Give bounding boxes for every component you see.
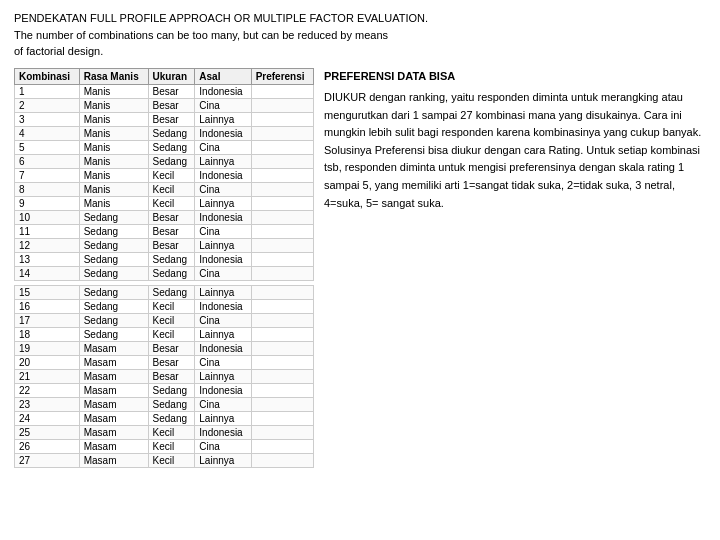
table-cell-20-3: Cina	[195, 355, 251, 369]
table-cell-20-4	[251, 355, 313, 369]
table-cell-23-4	[251, 397, 313, 411]
table-cell-12-4	[251, 252, 313, 266]
table-cell-17-1: Sedang	[79, 313, 148, 327]
table-cell-13-1: Sedang	[79, 266, 148, 280]
table-cell-24-2: Sedang	[148, 411, 195, 425]
table-cell-3-2: Sedang	[148, 126, 195, 140]
table-cell-8-0: 9	[15, 196, 80, 210]
table-cell-2-3: Lainnya	[195, 112, 251, 126]
table-cell-24-1: Masam	[79, 411, 148, 425]
col-asal: Asal	[195, 68, 251, 84]
table-cell-21-4	[251, 369, 313, 383]
table-cell-26-0: 26	[15, 439, 80, 453]
table-cell-4-3: Cina	[195, 140, 251, 154]
table-cell-15-2: Sedang	[148, 285, 195, 299]
table-row: 8ManisKecilCina	[15, 182, 314, 196]
table-cell-1-0: 2	[15, 98, 80, 112]
table-cell-2-4	[251, 112, 313, 126]
table-cell-5-4	[251, 154, 313, 168]
table-cell-7-3: Cina	[195, 182, 251, 196]
table-row: 19MasamBesarIndonesia	[15, 341, 314, 355]
table-cell-25-1: Masam	[79, 425, 148, 439]
table-cell-24-0: 24	[15, 411, 80, 425]
table-cell-24-3: Lainnya	[195, 411, 251, 425]
right-panel: PREFERENSI DATA BISA DIUKUR dengan ranki…	[324, 68, 706, 531]
table-cell-2-1: Manis	[79, 112, 148, 126]
table-row: 17SedangKecilCina	[15, 313, 314, 327]
table-cell-13-2: Sedang	[148, 266, 195, 280]
table-cell-20-1: Masam	[79, 355, 148, 369]
table-cell-16-4	[251, 299, 313, 313]
table-row: 10SedangBesarIndonesia	[15, 210, 314, 224]
main-content: Kombinasi Rasa Manis Ukuran Asal Prefere…	[14, 68, 706, 531]
table-cell-17-0: 17	[15, 313, 80, 327]
table-row: 11SedangBesarCina	[15, 224, 314, 238]
table-cell-25-3: Indonesia	[195, 425, 251, 439]
table-cell-16-2: Kecil	[148, 299, 195, 313]
table-row: 1ManisBesarIndonesia	[15, 84, 314, 98]
table-cell-10-1: Sedang	[79, 224, 148, 238]
table-cell-9-0: 10	[15, 210, 80, 224]
table-cell-22-0: 22	[15, 383, 80, 397]
table-cell-18-3: Lainnya	[195, 327, 251, 341]
table-cell-22-4	[251, 383, 313, 397]
header-line2: The number of combinations can be too ma…	[14, 27, 706, 44]
table-cell-4-1: Manis	[79, 140, 148, 154]
table-header-row: Kombinasi Rasa Manis Ukuran Asal Prefere…	[15, 68, 314, 84]
table-row: 23MasamSedangCina	[15, 397, 314, 411]
table-cell-1-1: Manis	[79, 98, 148, 112]
table-cell-22-1: Masam	[79, 383, 148, 397]
table-cell-21-2: Besar	[148, 369, 195, 383]
table-cell-0-0: 1	[15, 84, 80, 98]
table-cell-25-0: 25	[15, 425, 80, 439]
table-cell-26-4	[251, 439, 313, 453]
table-cell-26-1: Masam	[79, 439, 148, 453]
page-container: PENDEKATAN FULL PROFILE APPROACH OR MULT…	[0, 0, 720, 540]
right-title: PREFERENSI DATA BISA	[324, 68, 706, 86]
col-kombinasi: Kombinasi	[15, 68, 80, 84]
table-row: 25MasamKecilIndonesia	[15, 425, 314, 439]
table-cell-16-0: 16	[15, 299, 80, 313]
table-row: 24MasamSedangLainnya	[15, 411, 314, 425]
table-cell-6-1: Manis	[79, 168, 148, 182]
table-row: 18SedangKecilLainnya	[15, 327, 314, 341]
table-cell-7-4	[251, 182, 313, 196]
table-cell-6-2: Kecil	[148, 168, 195, 182]
table-cell-13-0: 14	[15, 266, 80, 280]
table-row: 3ManisBesarLainnya	[15, 112, 314, 126]
table-cell-11-4	[251, 238, 313, 252]
table-cell-15-3: Lainnya	[195, 285, 251, 299]
table-cell-19-3: Indonesia	[195, 341, 251, 355]
table-cell-12-3: Indonesia	[195, 252, 251, 266]
col-ukuran: Ukuran	[148, 68, 195, 84]
table-cell-26-2: Kecil	[148, 439, 195, 453]
table-cell-10-2: Besar	[148, 224, 195, 238]
table-cell-23-0: 23	[15, 397, 80, 411]
table-cell-26-3: Cina	[195, 439, 251, 453]
table-cell-22-2: Sedang	[148, 383, 195, 397]
table-row: 27MasamKecilLainnya	[15, 453, 314, 467]
table-cell-27-3: Lainnya	[195, 453, 251, 467]
table-cell-12-1: Sedang	[79, 252, 148, 266]
table-cell-11-2: Besar	[148, 238, 195, 252]
table-cell-8-3: Lainnya	[195, 196, 251, 210]
table-cell-27-0: 27	[15, 453, 80, 467]
header-line1: PENDEKATAN FULL PROFILE APPROACH OR MULT…	[14, 10, 706, 27]
table-cell-6-4	[251, 168, 313, 182]
table-cell-23-3: Cina	[195, 397, 251, 411]
table-cell-8-2: Kecil	[148, 196, 195, 210]
table-cell-9-1: Sedang	[79, 210, 148, 224]
table-cell-9-2: Besar	[148, 210, 195, 224]
table-cell-18-1: Sedang	[79, 327, 148, 341]
table-cell-13-3: Cina	[195, 266, 251, 280]
table-cell-15-1: Sedang	[79, 285, 148, 299]
table-row: 20MasamBesarCina	[15, 355, 314, 369]
table-cell-24-4	[251, 411, 313, 425]
table-cell-3-0: 4	[15, 126, 80, 140]
right-body: DIUKUR dengan ranking, yaitu responden d…	[324, 89, 706, 212]
col-preferensi: Preferensi	[251, 68, 313, 84]
table-cell-5-3: Lainnya	[195, 154, 251, 168]
table-cell-27-2: Kecil	[148, 453, 195, 467]
table-row: 2ManisBesarCina	[15, 98, 314, 112]
table-cell-0-4	[251, 84, 313, 98]
